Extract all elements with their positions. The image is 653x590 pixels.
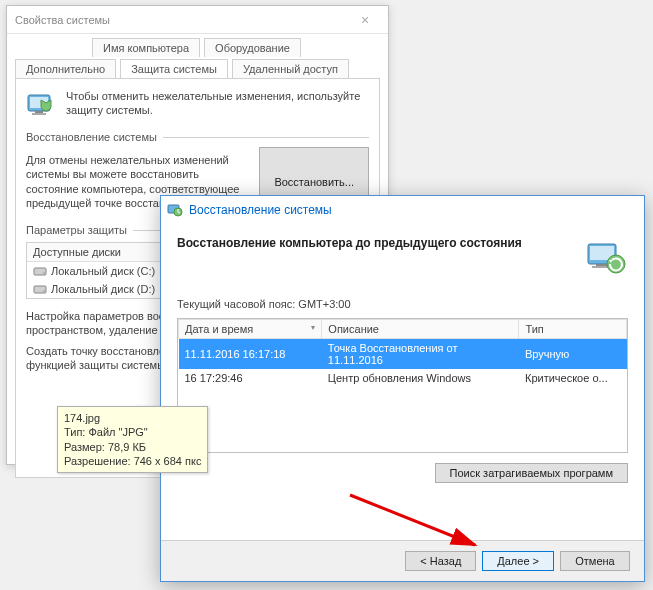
cancel-button[interactable]: Отмена [560, 551, 630, 571]
titlebar[interactable]: Свойства системы × [7, 6, 388, 34]
drive-icon [33, 283, 47, 295]
tab-hardware[interactable]: Оборудование [204, 38, 301, 57]
tab-advanced[interactable]: Дополнительно [15, 59, 116, 78]
wizard-footer: < Назад Далее > Отмена [161, 540, 644, 581]
cell-description: Точка Восстановления от 11.11.2016 [322, 339, 519, 370]
next-button[interactable]: Далее > [482, 551, 554, 571]
scan-affected-button[interactable]: Поиск затрагиваемых программ [435, 463, 628, 483]
back-button[interactable]: < Назад [405, 551, 476, 571]
col-description[interactable]: Описание [322, 320, 519, 339]
drive-icon [33, 265, 47, 277]
disk-label: Локальный диск (D:) [51, 283, 155, 295]
tab-remote[interactable]: Удаленный доступ [232, 59, 349, 78]
restore-icon [167, 202, 183, 218]
window-title: Восстановление системы [189, 203, 638, 217]
titlebar[interactable]: Восстановление системы [161, 196, 644, 224]
tooltip-size: Размер: 78,9 КБ [64, 440, 201, 454]
window-title: Свойства системы [15, 14, 350, 26]
cell-type: Критическое о... [519, 369, 627, 387]
cell-datetime: 11.11.2016 16:17:18 [179, 339, 322, 370]
col-datetime[interactable]: Дата и время [179, 320, 322, 339]
tooltip-resolution: Разрешение: 746 x 684 пкс [64, 454, 201, 468]
table-row[interactable]: 11.11.2016 16:17:18 Точка Восстановления… [179, 339, 627, 370]
svg-rect-6 [34, 286, 46, 293]
cell-description: Центр обновления Windows [322, 369, 519, 387]
cell-type: Вручную [519, 339, 627, 370]
system-restore-window: Восстановление системы Восстановление ко… [160, 195, 645, 582]
tab-computer-name[interactable]: Имя компьютера [92, 38, 200, 57]
svg-rect-4 [34, 268, 46, 275]
restore-large-icon [584, 236, 628, 280]
svg-point-7 [43, 290, 45, 292]
svg-rect-2 [35, 111, 43, 113]
timezone-label: Текущий часовой пояс: GMT+3:00 [177, 298, 628, 310]
svg-rect-3 [32, 113, 46, 115]
svg-point-5 [43, 272, 45, 274]
tab-strip: Имя компьютера Оборудование Дополнительн… [7, 34, 388, 78]
group-restore-label: Восстановление системы [26, 131, 369, 143]
file-tooltip: 174.jpg Тип: Файл "JPG" Размер: 78,9 КБ … [57, 406, 208, 473]
wizard-heading: Восстановление компьютера до предыдущего… [177, 236, 574, 250]
restore-points-table[interactable]: Дата и время Описание Тип 11.11.2016 16:… [177, 318, 628, 453]
table-row[interactable]: 16 17:29:46 Центр обновления Windows Кри… [179, 369, 627, 387]
disk-label: Локальный диск (C:) [51, 265, 155, 277]
svg-rect-12 [596, 264, 608, 266]
tooltip-filename: 174.jpg [64, 411, 201, 425]
tooltip-type: Тип: Файл "JPG" [64, 425, 201, 439]
protection-info-text: Чтобы отменить нежелательные изменения, … [66, 89, 369, 121]
wizard-body: Восстановление компьютера до предыдущего… [161, 224, 644, 495]
shield-monitor-icon [26, 89, 58, 121]
col-type[interactable]: Тип [519, 320, 627, 339]
tab-system-protection[interactable]: Защита системы [120, 59, 228, 78]
cell-datetime: 16 17:29:46 [179, 369, 322, 387]
close-icon[interactable]: × [350, 12, 380, 28]
